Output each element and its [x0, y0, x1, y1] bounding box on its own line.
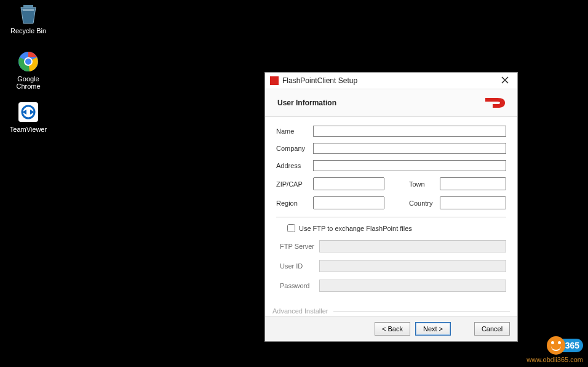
address-label: Address [276, 162, 313, 169]
desktop-icon-label: Recycle Bin [5, 27, 52, 34]
name-input[interactable] [313, 126, 506, 137]
ftp-userid-input [319, 260, 506, 272]
ftp-server-input [319, 240, 506, 252]
next-button[interactable]: Next > [415, 322, 451, 336]
region-input[interactable] [313, 196, 384, 209]
address-input[interactable] [313, 160, 506, 171]
advanced-installer-label: Advanced Installer [265, 307, 517, 316]
cancel-button[interactable]: Cancel [474, 322, 510, 336]
svg-rect-0 [23, 5, 33, 7]
window-title: FlashPointClient Setup [282, 76, 496, 85]
town-label: Town [409, 180, 440, 188]
region-label: Region [276, 200, 313, 207]
ftp-userid-label: User ID [280, 262, 319, 270]
watermark: 365 www.obdii365.com [526, 336, 583, 363]
zip-input[interactable] [313, 177, 384, 190]
dialog-header: User Information [265, 89, 517, 117]
desktop-icon-teamviewer[interactable]: TeamViewer [5, 101, 52, 133]
desktop-icon-recycle-bin[interactable]: Recycle Bin [5, 2, 52, 34]
chrome-icon [17, 50, 39, 73]
watermark-logo-icon: 365 [547, 336, 583, 355]
svg-point-3 [25, 58, 31, 65]
name-label: Name [276, 127, 313, 135]
use-ftp-checkbox[interactable] [287, 224, 295, 232]
titlebar: FlashPointClient Setup [265, 73, 517, 89]
town-input[interactable] [440, 177, 506, 190]
ftp-server-label: FTP Server [280, 243, 319, 250]
zip-label: ZIP/CAP [276, 180, 313, 188]
divider [276, 217, 506, 217]
close-button[interactable] [496, 75, 514, 87]
header-title: User Information [277, 99, 336, 107]
dialog-footer: < Back Next > Cancel [265, 316, 517, 341]
ftp-password-input [319, 280, 506, 292]
close-icon [501, 76, 509, 84]
company-input[interactable] [313, 143, 506, 154]
watermark-url: www.obdii365.com [526, 356, 583, 363]
app-badge-icon [270, 76, 279, 85]
company-label: Company [276, 145, 313, 152]
brand-logo-icon [484, 95, 509, 110]
back-button[interactable]: < Back [375, 322, 410, 336]
country-label: Country [409, 200, 440, 207]
country-input[interactable] [440, 196, 506, 209]
setup-dialog: FlashPointClient Setup User Information … [264, 72, 518, 342]
desktop-icon-label: TeamViewer [5, 126, 52, 133]
recycle-bin-icon [17, 2, 39, 25]
desktop-icon-google-chrome[interactable]: Google Chrome [5, 50, 52, 90]
teamviewer-icon [17, 101, 39, 123]
dialog-content: Name Company Address ZIP/CAP Town Region… [265, 117, 517, 307]
ftp-password-label: Password [280, 282, 319, 289]
use-ftp-label: Use FTP to exchange FlashPoint files [299, 225, 412, 232]
desktop-icon-label: Google Chrome [5, 75, 52, 90]
